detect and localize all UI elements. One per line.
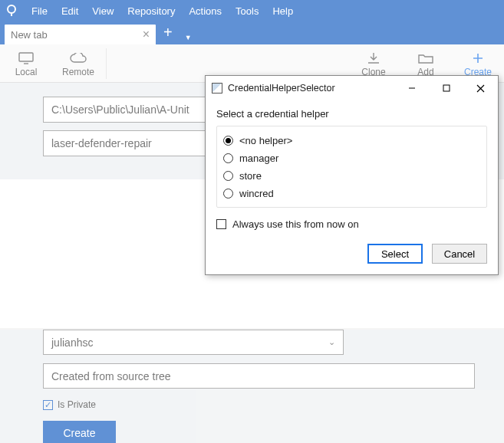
menu-help[interactable]: Help [265,5,300,17]
menu-view[interactable]: View [85,5,120,17]
always-label: Always use this from now on [232,218,359,230]
tab-new[interactable]: New tab × [5,25,156,44]
dialog-body: Select a credential helper <no helper> m… [206,100,498,274]
menu-edit[interactable]: Edit [54,5,85,17]
minimize-button[interactable] [394,77,429,100]
remote-button[interactable]: Remote [52,44,104,83]
radio-icon [223,171,233,181]
local-label: Local [15,67,38,77]
menu-actions[interactable]: Actions [182,5,229,17]
remote-label: Remote [62,67,94,77]
radio-wincred[interactable]: wincred [223,185,480,202]
radio-icon [223,153,233,163]
cancel-button[interactable]: Cancel [432,244,487,264]
radio-no-helper[interactable]: <no helper> [223,132,480,149]
dialog-title: CredentialHelperSelector [228,83,335,94]
menu-repository[interactable]: Repository [120,5,182,17]
dialog-prompt: Select a credential helper [216,108,487,120]
svg-rect-2 [19,53,33,61]
radio-label: <no helper> [239,135,292,146]
download-icon [367,50,380,67]
account-value: julianhsc [51,336,93,349]
maximize-button[interactable] [429,77,463,100]
plus-icon [472,50,484,67]
monitor-icon [18,50,34,67]
tab-label: New tab [11,29,48,41]
options-group: <no helper> manager store wincred [216,126,487,208]
chevron-down-icon: ⌄ [328,337,335,347]
tabstrip: New tab × + ▼ [0,21,504,44]
account-combo[interactable]: julianhsc⌄ [43,330,344,355]
svg-rect-1 [11,12,12,16]
always-checkbox[interactable]: Always use this from now on [216,218,487,230]
close-icon[interactable]: × [143,28,150,41]
radio-label: manager [239,153,278,164]
bottom-panel: julianhsc⌄ Created from source tree ✓Is … [0,330,504,443]
create-submit-button[interactable]: Create [43,421,116,443]
dialog-titlebar: CredentialHelperSelector [206,76,498,100]
app-logo [5,4,18,18]
close-button[interactable] [463,77,498,100]
radio-label: wincred [239,188,274,199]
checkbox-icon [216,219,226,229]
menu-tools[interactable]: Tools [229,5,265,17]
folder-icon [418,50,433,67]
separator [106,48,107,79]
dialog-icon [212,83,222,94]
select-button[interactable]: Select [367,244,423,264]
description-value: Created from source tree [51,370,171,382]
tab-dropdown-icon[interactable]: ▼ [180,34,196,44]
path-value: C:\Users\Public\Julian\A-Unit [51,103,189,116]
radio-label: store [239,170,262,182]
private-checkbox[interactable]: ✓Is Private [43,399,461,410]
radio-selected-icon [223,136,233,146]
private-label: Is Private [58,399,96,410]
menubar: File Edit View Repository Actions Tools … [0,0,504,21]
description-field[interactable]: Created from source tree [43,363,475,389]
menu-file[interactable]: File [25,5,54,17]
checkbox-checked-icon: ✓ [43,400,53,410]
cloud-icon [70,50,87,67]
local-button[interactable]: Local [0,44,52,83]
svg-rect-5 [443,85,450,91]
svg-point-0 [8,5,15,13]
new-tab-button[interactable]: + [156,24,180,44]
name-value: laser-defender-repair [51,137,152,149]
radio-icon [223,189,233,199]
radio-store[interactable]: store [223,167,480,185]
credential-dialog: CredentialHelperSelector Select a creden… [205,75,499,275]
radio-manager[interactable]: manager [223,149,480,167]
